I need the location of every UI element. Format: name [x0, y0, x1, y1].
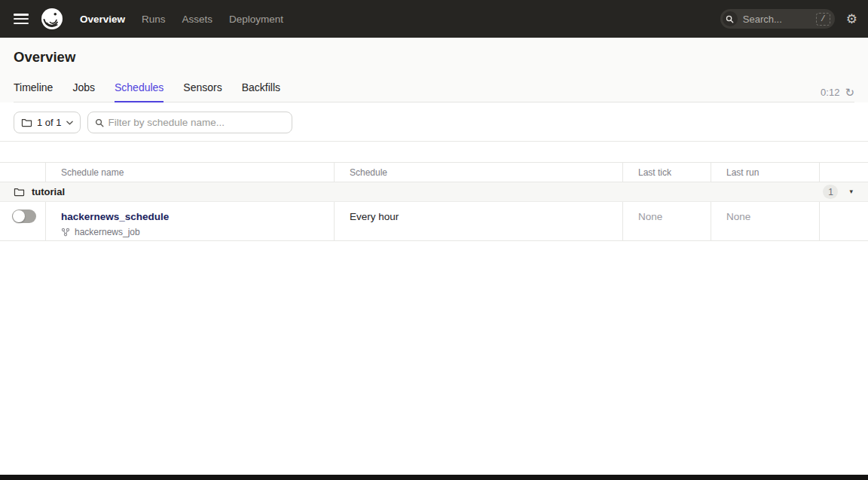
search-placeholder: Search...: [743, 14, 816, 25]
schedule-name-cell: hackernews_schedule hackernews_job: [45, 202, 334, 240]
global-search-input[interactable]: Search... /: [720, 9, 835, 29]
tab-timeline[interactable]: Timeline: [14, 81, 53, 102]
job-name-link[interactable]: hackernews_job: [75, 227, 140, 237]
tab-bar: Timeline Jobs Schedules Sensors Backfill…: [14, 81, 854, 102]
table-header: Schedule name Schedule Last tick Last ru…: [0, 162, 868, 182]
schedule-cron-cell: Every hour: [334, 202, 622, 240]
last-run-value: None: [726, 211, 750, 222]
bottom-edge-bar: [0, 475, 868, 480]
nav-item-assets[interactable]: Assets: [182, 14, 213, 25]
col-last-run: Last run: [711, 163, 819, 182]
page-header: Overview Timeline Jobs Schedules Sensors…: [0, 38, 868, 102]
menu-icon[interactable]: [14, 14, 29, 24]
repo-group-row[interactable]: tutorial 1 ▾: [0, 182, 868, 202]
collapse-caret-icon[interactable]: ▾: [849, 188, 853, 195]
schedule-table-row: hackernews_schedule hackernews_job Every…: [0, 202, 868, 241]
dagster-logo-icon[interactable]: [41, 8, 63, 30]
schedule-filter-field: [87, 112, 292, 133]
nav-item-overview[interactable]: Overview: [80, 14, 125, 25]
search-icon: [95, 118, 104, 127]
col-actions: [819, 163, 868, 182]
nav-item-runs[interactable]: Runs: [142, 14, 166, 25]
folder-icon: [14, 187, 25, 197]
repo-filter-button[interactable]: 1 of 1: [14, 112, 81, 133]
nav-links: Overview Runs Assets Deployment: [80, 14, 283, 25]
top-nav: Overview Runs Assets Deployment Search..…: [0, 0, 868, 38]
refresh-icon[interactable]: ↻: [845, 87, 854, 98]
page-title: Overview: [14, 49, 854, 66]
schedule-filter-input[interactable]: [108, 117, 285, 128]
col-last-tick: Last tick: [622, 163, 711, 182]
last-run-cell: None: [711, 202, 819, 240]
tab-schedules[interactable]: Schedules: [115, 81, 164, 102]
toggle-cell: [0, 202, 45, 240]
schedule-name-link[interactable]: hackernews_schedule: [61, 211, 169, 222]
tab-jobs[interactable]: Jobs: [72, 81, 95, 102]
job-icon: [61, 228, 70, 237]
folder-icon: [21, 118, 32, 127]
nav-item-deployment[interactable]: Deployment: [229, 14, 283, 25]
spacer: [0, 142, 868, 162]
chevron-down-icon: [66, 121, 73, 125]
tab-sensors[interactable]: Sensors: [183, 81, 222, 102]
refresh-status: 0:12 ↻: [821, 87, 854, 102]
filter-toolbar: 1 of 1: [0, 102, 868, 142]
schedule-enabled-toggle[interactable]: [12, 209, 36, 223]
col-toggle: [0, 163, 45, 182]
last-tick-value: None: [638, 211, 662, 222]
row-actions-cell: [819, 202, 868, 240]
repo-filter-label: 1 of 1: [37, 117, 62, 128]
repo-group-name: tutorial: [32, 186, 65, 197]
tab-backfills[interactable]: Backfills: [242, 81, 280, 102]
search-shortcut-badge: /: [816, 13, 830, 26]
gear-icon[interactable]: ⚙: [846, 13, 857, 26]
refresh-countdown: 0:12: [821, 87, 839, 98]
group-count-badge: 1: [823, 185, 838, 199]
col-schedule: Schedule: [334, 163, 622, 182]
last-tick-cell: None: [622, 202, 711, 240]
schedule-cron-text: Every hour: [350, 211, 399, 222]
col-schedule-name: Schedule name: [45, 163, 334, 182]
search-icon: [723, 11, 738, 26]
